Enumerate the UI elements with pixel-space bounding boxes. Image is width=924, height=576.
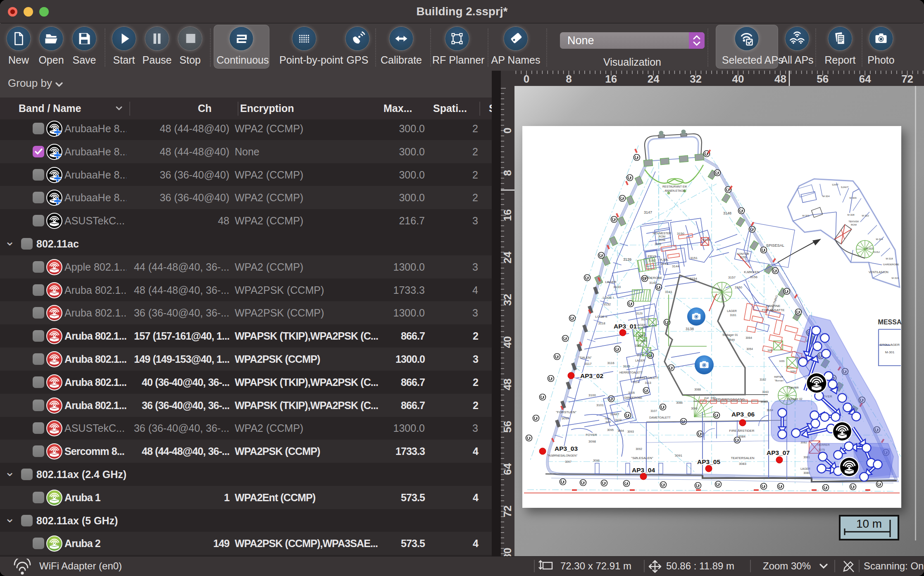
svg-text:3145: 3145 (655, 243, 661, 245)
svg-text:3107: 3107 (650, 409, 657, 412)
svg-text:ROM: ROM (851, 224, 857, 226)
svg-text:3156: 3156 (750, 275, 757, 279)
svg-text:3133: 3133 (613, 285, 621, 289)
svg-text:3092: 3092 (636, 447, 642, 450)
svg-text:VENTILASJON: VENTILASJON (869, 271, 888, 274)
svg-text:3160: 3160 (735, 286, 742, 289)
svg-text:8: 8 (501, 170, 514, 176)
svg-text:RESTAURANT EIK: RESTAURANT EIK (662, 185, 687, 188)
svg-text:80: 80 (501, 548, 514, 556)
svg-text:SJAKT: SJAKT (610, 413, 620, 416)
svg-text:48: 48 (501, 378, 514, 390)
svg-text:3096: 3096 (593, 459, 600, 462)
svg-text:3144: 3144 (672, 264, 679, 268)
svg-text:3056: 3056 (790, 370, 796, 373)
svg-text:3142: 3142 (648, 259, 656, 262)
svg-text:3150: 3150 (677, 232, 684, 236)
svg-text:AP3_01: AP3_01 (614, 323, 637, 330)
svg-text:M-309: M-309 (849, 197, 857, 199)
svg-text:"HJØRNESALONGEN": "HJØRNESALONGEN" (548, 454, 578, 457)
svg-text:KJØL: KJØL (660, 258, 669, 262)
svg-text:Oppvask: Oppvask (787, 386, 799, 389)
svg-text:72: 72 (501, 505, 514, 517)
svg-text:3098: 3098 (588, 440, 596, 443)
svg-text:3163: 3163 (762, 390, 769, 393)
svg-text:8: 8 (566, 73, 572, 85)
svg-text:3100: 3100 (588, 393, 596, 397)
svg-text:AP3_05: AP3_05 (697, 458, 720, 465)
svg-text:M-310: M-310 (862, 214, 869, 217)
svg-text:56: 56 (817, 73, 829, 85)
svg-text:3090: 3090 (691, 407, 698, 410)
svg-text:"SØLESALEN": "SØLESALEN" (631, 456, 653, 460)
svg-text:3115: 3115 (623, 364, 630, 368)
svg-text:"FORSTUEN": "FORSTUEN" (556, 410, 576, 414)
svg-text:SERVERINGSGANG: SERVERINGSGANG (713, 397, 745, 401)
svg-text:SPISESAL: SPISESAL (766, 243, 784, 248)
svg-text:3157: 3157 (728, 276, 736, 279)
svg-text:3049: 3049 (728, 338, 735, 341)
svg-text:3101: 3101 (596, 403, 604, 407)
svg-text:M-308: M-308 (847, 214, 855, 216)
svg-text:3097: 3097 (565, 460, 572, 463)
svg-text:72: 72 (901, 73, 913, 85)
svg-text:AP3_04: AP3_04 (632, 467, 655, 474)
svg-text:LOGE II: LOGE II (595, 315, 607, 319)
svg-text:24: 24 (648, 73, 660, 85)
svg-text:3139: 3139 (623, 257, 631, 262)
svg-text:FOR ANSATTE: FOR ANSATTE (762, 308, 785, 312)
svg-text:3129: 3129 (636, 312, 643, 315)
svg-text:3094: 3094 (617, 429, 624, 432)
svg-text:16: 16 (605, 73, 617, 85)
svg-text:KANTINE: KANTINE (766, 304, 781, 308)
svg-text:SJAKT: SJAKT (841, 186, 849, 188)
svg-text:STOLLAGER: STOLLAGER (880, 343, 900, 347)
svg-text:3103: 3103 (615, 419, 622, 421)
svg-text:0: 0 (501, 128, 514, 133)
svg-text:LOGE I: LOGE I (603, 296, 614, 300)
svg-text:MESSA: MESSA (878, 319, 901, 326)
svg-text:M-314: M-314 (876, 238, 883, 240)
svg-text:3120: 3120 (638, 334, 645, 337)
svg-text:SJAKT: SJAKT (832, 183, 838, 186)
svg-text:3141: 3141 (665, 290, 672, 294)
svg-text:3105: 3105 (628, 391, 635, 394)
svg-text:56: 56 (501, 421, 514, 433)
svg-text:3052: 3052 (767, 349, 773, 352)
svg-text:3088: 3088 (694, 388, 701, 391)
svg-text:"SALEN": "SALEN" (579, 356, 592, 359)
svg-text:GARDEROBE: GARDEROBE (883, 263, 899, 266)
svg-text:3117: 3117 (584, 362, 592, 366)
svg-text:3083: 3083 (739, 462, 746, 466)
svg-text:ROM: ROM (659, 235, 666, 238)
svg-text:AP3_06: AP3_06 (731, 411, 755, 418)
svg-text:3095: 3095 (607, 428, 614, 431)
svg-text:3084: 3084 (738, 435, 745, 438)
svg-text:16: 16 (501, 209, 514, 221)
svg-text:3054: 3054 (746, 348, 753, 350)
svg-text:24: 24 (501, 251, 514, 263)
svg-text:DUSJ: DUSJ (873, 251, 880, 253)
svg-text:M-304: M-304 (822, 195, 830, 198)
svg-text:32: 32 (690, 73, 702, 85)
svg-text:FOYER: FOYER (586, 433, 597, 437)
svg-text:3055: 3055 (779, 360, 785, 362)
svg-text:AP3_02: AP3_02 (580, 372, 603, 379)
svg-text:ANNEN.ETAGE: ANNEN.ETAGE (664, 189, 685, 192)
svg-text:3143: 3143 (661, 262, 668, 266)
svg-text:Stollager 01: Stollager 01 (722, 333, 738, 337)
svg-text:Tavle: Tavle (605, 417, 611, 420)
svg-text:Kjøl: Kjøl (705, 397, 709, 399)
svg-text:3113: 3113 (645, 381, 651, 384)
svg-text:KJØKKEN: KJØKKEN (744, 270, 760, 274)
svg-text:3086: 3086 (676, 401, 683, 404)
svg-text:MØTER: MØTER (774, 376, 783, 378)
svg-text:48: 48 (774, 73, 786, 85)
svg-text:GARDEROBE: GARDEROBE (641, 276, 662, 280)
svg-text:3119: 3119 (635, 344, 641, 347)
svg-text:LAGER: LAGER (727, 309, 737, 312)
svg-text:"Boman": "Boman" (774, 379, 784, 382)
svg-text:3138: 3138 (686, 327, 694, 331)
svg-text:3140: 3140 (649, 281, 657, 285)
svg-text:TEKNISK: TEKNISK (848, 220, 859, 223)
